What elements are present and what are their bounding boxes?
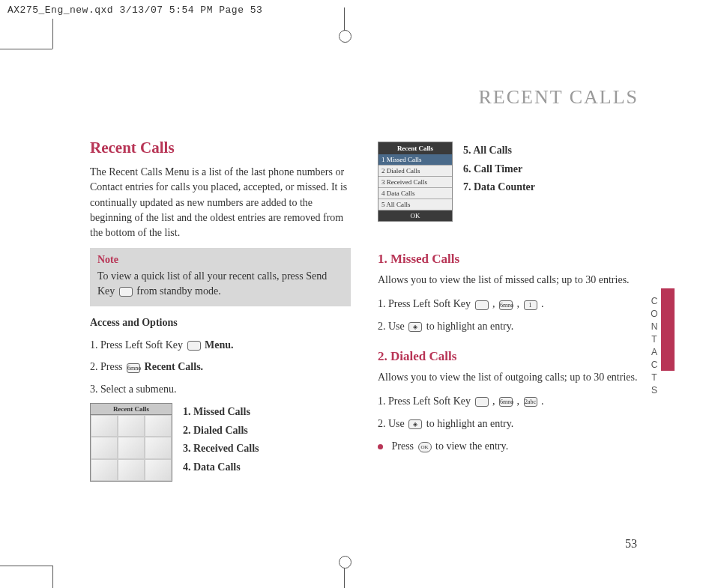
submenu-item: 2. Dialed Calls [183, 422, 259, 440]
step-text: to highlight an entry. [426, 321, 514, 332]
submenu-list: 1. Missed Calls 2. Dialed Calls 3. Recei… [183, 403, 259, 476]
step-text: 1. Press Left Soft Key [90, 339, 186, 351]
phone-list-footer: OK [378, 210, 452, 221]
section-2-heading: 2. Dialed Calls [378, 349, 639, 364]
step-3: 3. Select a submenu. [90, 381, 351, 398]
step-text: 2. Use [378, 418, 407, 429]
step-text-bold: Menu. [205, 339, 234, 351]
step-text-bold: Recent Calls. [145, 361, 204, 372]
step-text: 2. Press [90, 361, 125, 372]
crop-mark-top [330, 7, 360, 37]
key-6-icon: 6mno [127, 363, 140, 373]
note-text: To view a quick list of all your recent … [97, 269, 343, 298]
key-6-icon: 6mno [499, 397, 513, 407]
phone-grid-screenshot: Recent Calls [90, 403, 172, 482]
step-text: , [492, 395, 498, 407]
step-text: 1. Press Left Soft Key [378, 298, 474, 309]
nav-key-icon: ◈ [408, 419, 422, 429]
page-header: RECENT CALLS [90, 86, 639, 109]
step-text: to view the entry. [435, 440, 508, 452]
phone-list-body: 1 Missed Calls 2 Dialed Calls 3 Received… [378, 154, 452, 210]
two-column-layout: Recent Calls The Recent Calls Menu is a … [90, 139, 639, 482]
step-text: . [541, 395, 544, 407]
grid-cell [91, 437, 118, 458]
main-heading: Recent Calls [90, 139, 351, 157]
submenu-item: 3. Received Calls [183, 440, 259, 458]
submenu-item: 1. Missed Calls [183, 403, 259, 422]
note-title: Note [97, 254, 343, 266]
phone-list-item: 3 Received Calls [378, 177, 452, 188]
note-box: Note To view a quick list of all your re… [90, 248, 351, 306]
soft-key-icon [475, 397, 489, 407]
key-2-icon: 2abc [524, 397, 537, 407]
phone-list-item: 2 Dialed Calls [378, 166, 452, 177]
send-key-icon [119, 287, 133, 297]
submenu-item: 5. All Calls [463, 142, 535, 160]
section-1-heading: 1. Missed Calls [378, 252, 639, 267]
access-options-title: Access and Options [90, 317, 351, 329]
step-1: 1. Press Left Soft Key Menu. [90, 336, 351, 354]
phone-grid-body [91, 415, 172, 481]
soft-key-icon [187, 341, 201, 351]
grid-cell [91, 459, 118, 481]
submenu-item: 4. Data Calls [183, 458, 259, 477]
crop-mark [52, 19, 53, 49]
sidebar-label: CONTACTS [649, 296, 660, 398]
grid-cell [145, 415, 172, 437]
step-text: 2. Use [378, 321, 407, 332]
step-text: to highlight an entry. [426, 418, 514, 429]
phone-list-item: 1 Missed Calls [378, 154, 452, 166]
section-1-desc: Allows you to view the list of missed ca… [378, 273, 639, 288]
key-6-icon: 6mno [499, 300, 513, 310]
step-text: 1. Press Left Soft Key [378, 395, 474, 407]
grid-cell [145, 437, 172, 458]
ok-key-icon: OK [418, 442, 432, 452]
grid-cell [118, 415, 145, 437]
page-content: RECENT CALLS Recent Calls The Recent Cal… [52, 49, 675, 573]
step-text: Press [392, 440, 417, 452]
sec2-step2: 2. Use ◈ to highlight an entry. [378, 415, 639, 433]
step-text: , [492, 298, 498, 309]
sec2-bullet: Press OK to view the entry. [378, 437, 639, 455]
phone-list-item: 5 All Calls [378, 199, 452, 210]
soft-key-icon [475, 300, 489, 310]
grid-cell [91, 415, 118, 437]
sec1-step2: 2. Use ◈ to highlight an entry. [378, 318, 639, 336]
crop-mark [0, 49, 52, 49]
sec1-step1: 1. Press Left Soft Key , 6mno , 1 . [378, 295, 639, 313]
print-header: AX275_Eng_new.qxd 3/13/07 5:54 PM Page 5… [7, 4, 262, 16]
phone-list-screenshot: Recent Calls 1 Missed Calls 2 Dialed Cal… [378, 142, 453, 222]
left-column: Recent Calls The Recent Calls Menu is a … [90, 139, 351, 482]
page-number: 53 [625, 537, 637, 551]
crop-mark [0, 566, 52, 566]
key-1-icon: 1 [524, 300, 537, 310]
submenu-item: 7. Data Counter [463, 178, 535, 197]
section-2-desc: Allows you to view the list of outgoing … [378, 370, 639, 385]
sec2-step1: 1. Press Left Soft Key , 6mno , 2abc . [378, 392, 639, 410]
submenu-item: 6. Call Timer [463, 160, 535, 179]
top-items: 5. All Calls 6. Call Timer 7. Data Count… [463, 142, 535, 197]
nav-key-icon: ◈ [408, 322, 422, 332]
step-text: . [541, 298, 544, 309]
sidebar-tab [661, 288, 675, 371]
phone-list-item: 4 Data Calls [378, 188, 452, 199]
note-text-part: from standby mode. [136, 285, 220, 297]
step-text: , [517, 298, 522, 309]
submenu-row: Recent Calls 1. Missed Calls 2. Dialed C… [90, 403, 351, 482]
grid-cell [118, 437, 145, 458]
step-2: 2. Press 6mno Recent Calls. [90, 358, 351, 376]
grid-cell [145, 459, 172, 481]
top-row: Recent Calls 1 Missed Calls 2 Dialed Cal… [378, 142, 639, 222]
grid-cell [118, 459, 145, 481]
phone-grid-header: Recent Calls [91, 404, 172, 415]
right-column: Recent Calls 1 Missed Calls 2 Dialed Cal… [378, 139, 639, 482]
intro-paragraph: The Recent Calls Menu is a list of the l… [90, 165, 351, 240]
step-text: , [517, 395, 522, 407]
phone-list-header: Recent Calls [378, 142, 452, 154]
